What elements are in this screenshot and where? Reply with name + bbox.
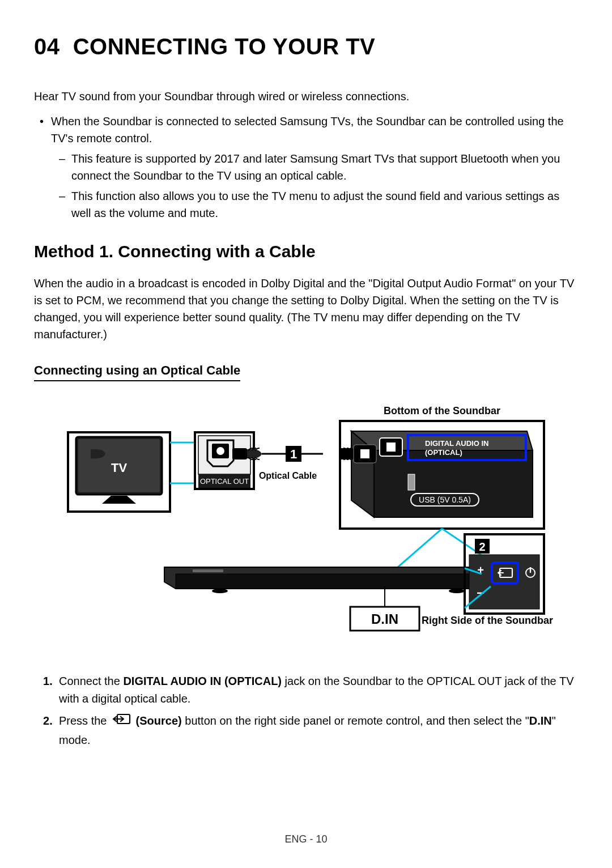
optical-subheading: Connecting using an Optical Cable (34, 363, 240, 381)
step-2-din-bold: D.IN (529, 714, 552, 727)
step-1: Connect the DIGITAL AUDIO IN (OPTICAL) j… (59, 673, 578, 708)
soundbar-device-icon (164, 567, 502, 593)
svg-rect-1 (386, 442, 396, 452)
chapter-title: 04 CONNECTING TO YOUR TV (34, 34, 578, 59)
sub-list: This feature is supported by 2017 and la… (51, 150, 578, 222)
optical-jack-icon (380, 438, 402, 456)
step-2-text-a: Press the (59, 714, 110, 727)
callout-line-bottom-left (393, 529, 442, 571)
svg-rect-7 (360, 449, 369, 458)
tv-stand-icon (102, 496, 136, 504)
usb-label: USB (5V 0.5A) (419, 495, 471, 504)
label-bottom-soundbar: Bottom of the Soundbar (384, 405, 500, 416)
svg-rect-11 (193, 569, 223, 572)
digital-audio-label-1: DIGITAL AUDIO IN (425, 439, 488, 448)
svg-rect-4 (232, 448, 247, 459)
intro-text: Hear TV sound from your Soundbar through… (34, 88, 578, 105)
connection-diagram: Bottom of the Soundbar DIGITAL AUDIO IN … (57, 404, 555, 650)
method-1-heading: Method 1. Connecting with a Cable (34, 242, 578, 261)
step-2-source-bold: (Source) (136, 714, 182, 727)
label-right-soundbar: Right Side of the Soundbar (422, 615, 553, 626)
step-1-text-a: Connect the (59, 675, 123, 687)
svg-point-13 (449, 589, 465, 593)
svg-point-12 (212, 589, 228, 593)
din-display-text: D.IN (371, 611, 398, 627)
page-footer: ENG - 10 (0, 833, 612, 845)
top-bullet-list: When the Soundbar is connected to select… (34, 113, 578, 222)
bullet-main-text: When the Soundbar is connected to select… (51, 115, 564, 144)
svg-rect-5 (339, 448, 354, 459)
list-item: This function also allows you to use the… (71, 188, 578, 222)
optical-cable-label: Optical Cable (259, 471, 317, 480)
svg-marker-9 (176, 574, 502, 589)
optical-plug-left-icon (232, 448, 262, 459)
tv-label: TV (111, 461, 127, 475)
chapter-number: 04 (34, 34, 60, 59)
svg-point-3 (216, 447, 224, 455)
digital-audio-label-2: (OPTICAL) (425, 448, 462, 457)
source-icon (112, 712, 131, 730)
method-1-paragraph: When the audio in a broadcast is encoded… (34, 275, 578, 343)
step-badge-2-text: 2 (479, 541, 485, 553)
list-item: This feature is supported by 2017 and la… (71, 150, 578, 184)
usb-port-icon (408, 474, 415, 490)
step-badge-1-text: 1 (290, 447, 297, 461)
step-2: Press the (Source) button on the right s… (59, 712, 578, 749)
chapter-name: CONNECTING TO YOUR TV (73, 34, 376, 59)
instruction-steps: Connect the DIGITAL AUDIO IN (OPTICAL) j… (34, 673, 578, 749)
optical-out-label: OPTICAL OUT (200, 477, 249, 486)
step-2-text-b: button on the right side panel or remote… (182, 714, 529, 727)
step-1-bold: DIGITAL AUDIO IN (OPTICAL) (123, 675, 282, 687)
list-item: When the Soundbar is connected to select… (51, 113, 578, 222)
